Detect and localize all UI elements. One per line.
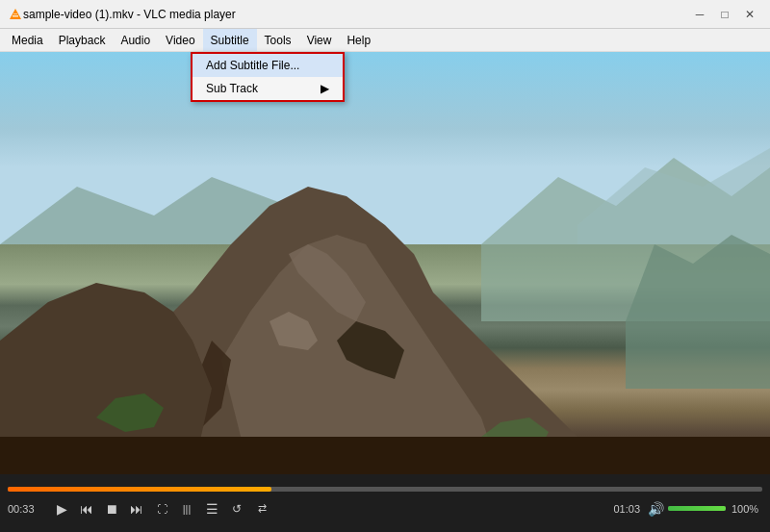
volume-fill <box>668 506 726 511</box>
loop-button[interactable]: ↺ <box>225 497 248 520</box>
progress-fill <box>8 487 271 492</box>
svg-rect-2 <box>13 13 17 14</box>
playlist-button[interactable]: ☰ <box>200 497 223 520</box>
mountain-svg <box>0 52 770 474</box>
video-frame <box>0 52 770 474</box>
menu-item-sub-track[interactable]: Sub Track ▶ <box>192 77 343 100</box>
extended-settings-button[interactable]: ||| <box>175 497 198 520</box>
time-elapsed: 00:33 <box>8 503 41 515</box>
volume-bar[interactable] <box>668 506 726 511</box>
volume-percent: 100% <box>732 503 762 515</box>
menu-playback[interactable]: Playback <box>51 29 114 51</box>
random-button[interactable]: ⇄ <box>250 497 273 520</box>
title-bar: sample-video (1).mkv - VLC media player … <box>0 0 770 29</box>
subtitle-dropdown-menu: Add Subtitle File... Sub Track ▶ <box>191 52 345 102</box>
maximize-button[interactable]: □ <box>712 5 737 24</box>
menu-item-add-subtitle-file[interactable]: Add Subtitle File... <box>192 54 343 77</box>
menu-view[interactable]: View <box>299 29 340 51</box>
fullscreen-button[interactable]: ⛶ <box>150 497 173 520</box>
menu-help[interactable]: Help <box>339 29 378 51</box>
prev-track-button[interactable]: ⏮ <box>75 497 98 520</box>
stop-button[interactable]: ⏹ <box>100 497 123 520</box>
menu-subtitle[interactable]: Subtitle <box>203 29 257 51</box>
controls-row: 00:33 ▶ ⏮ ⏹ ⏭ ⛶ ||| ☰ ↺ ⇄ 01:03 🔊 100% <box>0 497 770 520</box>
close-button[interactable]: ✕ <box>737 5 762 24</box>
next-track-button[interactable]: ⏭ <box>125 497 148 520</box>
menu-audio[interactable]: Audio <box>113 29 158 51</box>
menu-media[interactable]: Media <box>4 29 51 51</box>
time-total: 01:03 <box>606 503 640 515</box>
svg-rect-17 <box>0 437 770 474</box>
minimize-button[interactable]: ─ <box>687 5 712 24</box>
menu-bar: Media Playback Audio Video Subtitle Tool… <box>0 29 770 52</box>
progress-bar[interactable] <box>8 487 762 492</box>
play-button[interactable]: ▶ <box>50 497 73 520</box>
controls-bar: 00:33 ▶ ⏮ ⏹ ⏭ ⛶ ||| ☰ ↺ ⇄ 01:03 🔊 100% <box>0 474 770 532</box>
svg-rect-1 <box>13 15 18 17</box>
submenu-arrow-icon: ▶ <box>321 82 329 95</box>
vlc-icon <box>8 7 23 22</box>
menu-video[interactable]: Video <box>158 29 202 51</box>
menu-tools[interactable]: Tools <box>257 29 299 51</box>
video-area <box>0 52 770 474</box>
volume-section: 🔊 100% <box>648 501 762 517</box>
window-title: sample-video (1).mkv - VLC media player <box>23 8 687 21</box>
volume-icon[interactable]: 🔊 <box>648 501 664 517</box>
